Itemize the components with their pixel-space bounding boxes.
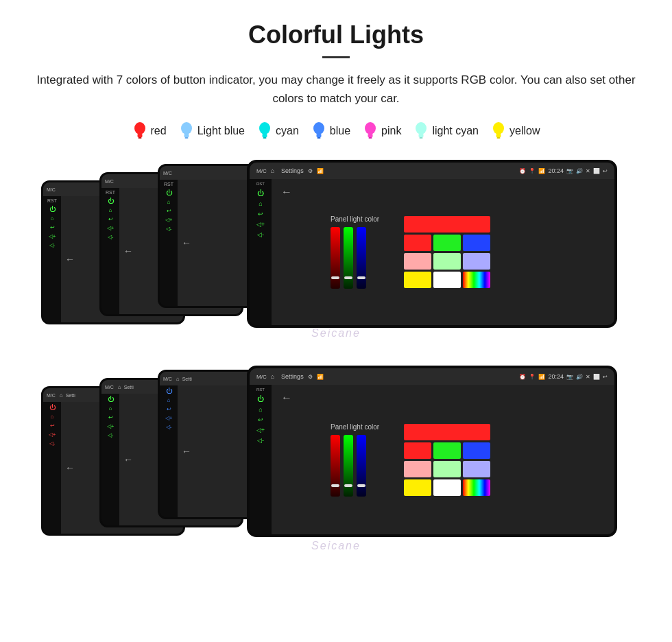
color-item-blue: blue [311,121,350,141]
svg-rect-5 [184,137,188,139]
top-device-row: M/C ⌂ RST ⏻ ⌂ ↩ ◁+ ◁- ← [27,160,645,345]
svg-rect-19 [496,134,501,137]
color-item-lightblue: Light blue [179,121,245,141]
bulb-icon-lightblue [179,121,194,141]
svg-rect-4 [184,134,189,137]
page-wrapper: Colorful Lights Integrated with 7 colors… [0,0,672,599]
svg-point-9 [313,122,324,134]
svg-rect-8 [263,137,267,139]
color-label-pink: pink [381,125,401,137]
color-indicators: red Light blue cyan [27,121,645,141]
svg-rect-16 [419,134,424,137]
color-item-lightcyan: light cyan [413,121,479,141]
bot-panel-light-label: Panel light color [331,423,379,431]
svg-point-12 [365,122,376,134]
svg-rect-11 [317,137,320,139]
svg-point-15 [416,122,427,134]
panel-light-label: Panel light color [331,215,379,223]
color-item-yellow: yellow [491,121,540,141]
color-item-cyan: cyan [257,121,299,141]
bottom-device-row: M/C ⌂ Setti ⏻ ⌂ ↩ ◁+ ◁- ← [27,366,645,558]
seicane-watermark-bottom: Seicane [311,540,361,552]
topbar-time: 20:24 [548,167,564,174]
main-title: Colorful Lights [27,21,645,49]
bulb-icon-cyan [257,121,272,141]
color-item-red: red [132,121,167,141]
svg-rect-14 [369,137,372,139]
svg-rect-7 [263,134,267,137]
svg-rect-2 [138,137,141,139]
bulb-icon-pink [363,121,378,141]
color-label-cyan: cyan [276,125,299,137]
title-divider [322,56,350,58]
svg-rect-10 [316,134,321,137]
color-label-red: red [151,125,167,137]
description: Integrated with 7 colors of button indic… [27,71,645,108]
bulb-icon-blue [311,121,326,141]
bulb-icon-red [132,121,147,141]
bulb-icon-lightcyan [413,121,429,141]
svg-point-18 [493,122,504,134]
top-main-screen: M/C ⌂ Settings ⚙ 📶 ⏰ 📍 📶 20:24 📷 [247,160,617,328]
back-arrow-3: ← [182,237,191,248]
back-arrow-1: ← [65,254,75,265]
color-label-yellow: yellow [509,125,540,137]
color-label-blue: blue [330,125,350,137]
seicane-watermark-top: Seicane [311,327,361,340]
bulb-icon-yellow [491,121,506,141]
svg-rect-13 [368,134,373,137]
color-label-lightblue: Light blue [197,125,245,137]
svg-rect-17 [420,137,423,139]
svg-point-3 [181,122,192,134]
color-label-lightcyan: light cyan [432,125,479,137]
svg-rect-20 [497,137,501,139]
bot-topbar-time: 20:24 [548,373,564,380]
svg-rect-1 [137,134,142,137]
back-arrow-2: ← [123,246,133,257]
svg-point-6 [259,122,270,134]
svg-point-0 [134,122,145,134]
bot-main-screen: M/C ⌂ Settings ⚙ 📶 ⏰ 📍 📶 20:24 📷 [247,366,617,537]
color-item-pink: pink [363,121,401,141]
